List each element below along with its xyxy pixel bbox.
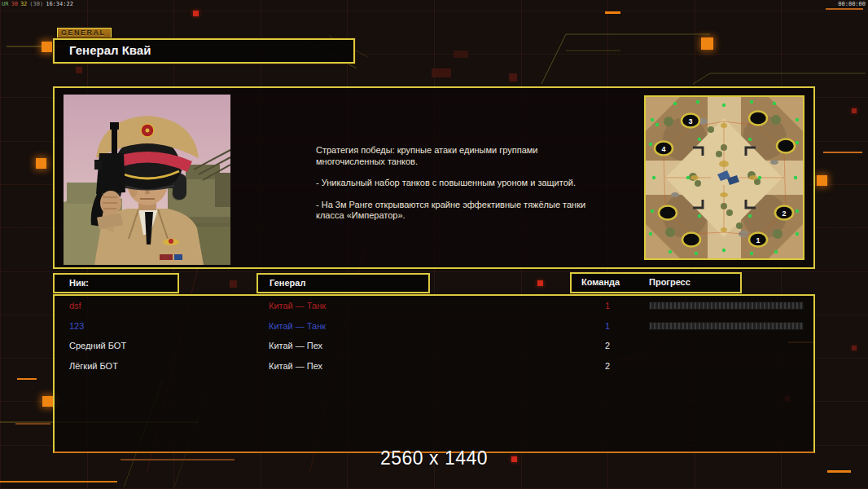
header-general: Генерал <box>256 273 430 293</box>
player-general: Китай — Пех <box>269 356 322 377</box>
header-general-label: Генерал <box>270 275 305 292</box>
player-nick: 123 <box>69 316 84 337</box>
player-row: 123 Китай — Танк 1 <box>55 316 813 337</box>
map-preview: 3 4 2 1 <box>644 95 804 260</box>
player-general: Китай — Пех <box>269 336 322 356</box>
briefing-panel: Стратегия победы: крупные атаки едиными … <box>53 86 815 269</box>
header-progress-label: Прогресс <box>649 274 690 291</box>
player-progress-bar <box>649 302 804 310</box>
page-title: Генерал Квай <box>55 40 353 61</box>
header-nick: Ник: <box>53 273 179 293</box>
spawn-number: 2 <box>782 209 786 218</box>
player-nick: dsf <box>69 296 81 316</box>
player-team: 1 <box>595 316 620 337</box>
header-nick-label: Ник: <box>69 275 89 292</box>
player-row: Лёгкий БОТ Китай — Пех 2 <box>55 356 813 377</box>
header-team-label: Команда <box>581 274 620 291</box>
player-team: 2 <box>595 356 620 377</box>
player-row: dsf Китай — Танк 1 <box>55 296 813 316</box>
general-portrait <box>64 95 230 265</box>
debug-segment: UR <box>2 1 8 7</box>
spawn-number: 3 <box>688 117 692 126</box>
briefing-paragraph: Стратегия победы: крупные атаки едиными … <box>316 145 589 167</box>
debug-segment: (30) <box>29 1 43 7</box>
players-list-panel: dsf Китай — Танк 1 123 Китай — Танк 1 Ср… <box>53 294 815 453</box>
general-tab-label: GENERAL <box>57 28 112 38</box>
player-general: Китай — Танк <box>269 316 326 337</box>
player-general: Китай — Танк <box>269 296 326 316</box>
general-title-box: Генерал Квай <box>53 38 355 64</box>
game-timer: 00:00:00 <box>838 1 866 7</box>
portrait-illustration <box>64 95 230 265</box>
strategy-briefing: Стратегия победы: крупные атаки едиными … <box>316 145 589 232</box>
player-progress-bar <box>649 322 804 330</box>
minimap-illustration: 3 4 2 1 <box>646 97 803 258</box>
debug-segment: 32 <box>20 1 27 7</box>
spawn-number: 1 <box>756 236 760 244</box>
debug-segment: 30 <box>11 1 17 7</box>
player-team: 1 <box>595 296 620 316</box>
resolution-label: 2560 x 1440 <box>380 447 488 469</box>
debug-stats-overlay: UR3032(30)16:34:22 <box>2 1 76 7</box>
loading-screen: UR3032(30)16:34:22 00:00:00 GENERAL Гене… <box>0 0 868 489</box>
player-nick: Средний БОТ <box>69 336 126 356</box>
player-team: 2 <box>595 336 620 356</box>
debug-segment: 16:34:22 <box>46 1 73 7</box>
briefing-paragraph: - На 3м Ранге открываются крайне эффекти… <box>316 200 589 222</box>
player-nick: Лёгкий БОТ <box>69 356 118 377</box>
header-team-progress: Команда Прогресс <box>570 272 742 293</box>
briefing-paragraph: - Уникальный набор танков с повышенным у… <box>316 178 589 189</box>
player-row: Средний БОТ Китай — Пех 2 <box>55 336 813 356</box>
spawn-number: 4 <box>661 145 665 153</box>
